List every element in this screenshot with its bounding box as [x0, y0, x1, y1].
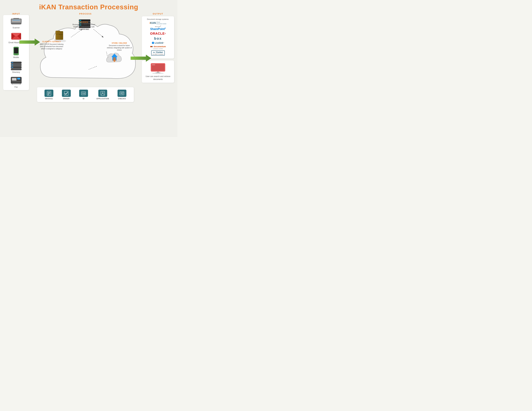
input-box: Scanner Email Attachment [3, 15, 29, 90]
application-icon [98, 90, 107, 97]
brand-livelink: Livelink® [143, 42, 172, 44]
doc-types-row: INVOICE ORDER [37, 87, 134, 102]
svg-rect-48 [80, 20, 81, 21]
brand-ikan: iKAN VirtualDocument Center [143, 21, 172, 25]
doc-item-id: ID [79, 90, 88, 100]
green-arrow-right [131, 53, 152, 63]
livelink-globe-icon [152, 42, 154, 44]
svg-rect-22 [11, 67, 12, 68]
svg-rect-43 [56, 34, 60, 34]
svg-point-78 [151, 46, 152, 47]
input-column: INPUT Scanner [3, 13, 29, 90]
directory-icon [10, 61, 23, 70]
svg-rect-28 [17, 78, 20, 79]
svg-rect-23 [12, 67, 13, 68]
retrieve-box: User can search and retrieve documents [142, 60, 174, 83]
store-text: Document is stored for future retrieval,… [106, 45, 132, 51]
svg-rect-12 [14, 48, 18, 53]
output-header: OUTPUT [142, 13, 174, 15]
svg-rect-31 [13, 84, 20, 84]
svg-rect-20 [12, 65, 13, 65]
mobile-icon [10, 47, 23, 56]
output-column: OUTPUT Document storage systems: iKAN Vi… [142, 13, 174, 83]
svg-rect-40 [56, 31, 57, 40]
classify-box: CLASSIFY / EXTRACT ABBYY OCR Document In… [39, 40, 65, 50]
svg-rect-2 [13, 20, 20, 20]
green-arrow-left [19, 37, 40, 47]
invoice-label: INVOICE [45, 98, 53, 100]
svg-rect-5 [13, 18, 19, 19]
classify-title: CLASSIFY / EXTRACT [39, 40, 65, 43]
validate-title: VALIDATE [71, 21, 97, 23]
svg-point-13 [16, 54, 17, 55]
title-prefix: i [39, 3, 41, 11]
store-box: STORE / DELIVER Document is stored for f… [106, 42, 132, 51]
brand-documentum: documentum a division of EMC [143, 45, 172, 49]
scanner-icon [10, 17, 23, 26]
brand-box: box [143, 37, 172, 41]
scanner-label: Scanner [13, 27, 20, 29]
input-item-mobile: Mobile [5, 47, 28, 58]
input-item-scanner: Scanner [5, 17, 28, 29]
store-title: STORE / DELIVER [106, 42, 132, 44]
fax-label: Fax [15, 86, 18, 88]
storage-box: Document storage systems: iKAN VirtualDo… [142, 16, 174, 58]
input-item-fax: Fax [5, 76, 28, 88]
process-header: PROCESS [79, 13, 92, 15]
doc-item-application: APPLICATION [96, 90, 109, 100]
svg-rect-17 [12, 62, 13, 63]
svg-rect-42 [59, 31, 60, 40]
classify-text: ABBYY OCR Document Indexing (text is ext… [39, 43, 65, 50]
svg-rect-1 [12, 19, 21, 22]
svg-rect-24 [11, 68, 21, 70]
monitor-icon [150, 62, 166, 74]
order-label: ORDER [63, 98, 70, 100]
svg-rect-3 [11, 23, 21, 24]
svg-rect-29 [12, 81, 21, 82]
main-columns: INPUT Scanner [3, 13, 174, 102]
checks-label: CHECKS [118, 98, 126, 100]
application-label: APPLICATION [96, 98, 109, 100]
invoice-icon [45, 90, 53, 97]
order-icon [62, 90, 71, 97]
retrieve-text: User can search and retrieve documents [143, 75, 172, 81]
validate-box: VALIDATE Business Application Document V… [71, 21, 97, 30]
title-suffix: KAN Transaction Processing [41, 3, 138, 11]
svg-rect-44 [59, 35, 63, 35]
storage-title: Document storage systems: [143, 18, 172, 20]
input-item-directory: Directory [5, 61, 28, 73]
checks-icon: $ [117, 90, 126, 97]
directory-label: Directory [12, 71, 20, 73]
page: iKAN Transaction Processing INPUT [0, 0, 177, 137]
doc-item-checks: $ CHECKS [117, 90, 126, 100]
upload-cloud-icon [105, 50, 123, 65]
fax-icon [10, 76, 23, 85]
svg-rect-81 [156, 73, 161, 73]
svg-rect-19 [11, 65, 12, 65]
svg-rect-84 [152, 64, 155, 65]
svg-point-70 [102, 92, 103, 93]
page-title: iKAN Transaction Processing [3, 3, 174, 11]
documentum-icon [150, 45, 153, 48]
brand-oracle: ORACLE® [143, 32, 172, 36]
doc-item-order: ORDER [62, 90, 71, 100]
id-label: ID [83, 98, 85, 100]
process-column: PROCESS [31, 13, 140, 102]
brand-sharepoint: Microsoft® SharePoint® [143, 26, 172, 31]
svg-rect-16 [11, 62, 12, 63]
doc-item-invoice: INVOICE [45, 90, 53, 100]
svg-point-65 [82, 93, 84, 94]
mobile-label: Mobile [13, 56, 19, 58]
svg-rect-27 [12, 78, 16, 80]
cloud-area: CLASSIFY / EXTRACT ABBYY OCR Document In… [34, 16, 137, 86]
input-header: INPUT [3, 13, 29, 15]
svg-rect-47 [79, 20, 80, 21]
svg-text:$: $ [121, 92, 122, 94]
validate-text: Business Application Document Validation… [71, 24, 97, 30]
id-icon [79, 90, 88, 97]
svg-rect-14 [15, 47, 17, 47]
svg-rect-4 [12, 24, 21, 25]
